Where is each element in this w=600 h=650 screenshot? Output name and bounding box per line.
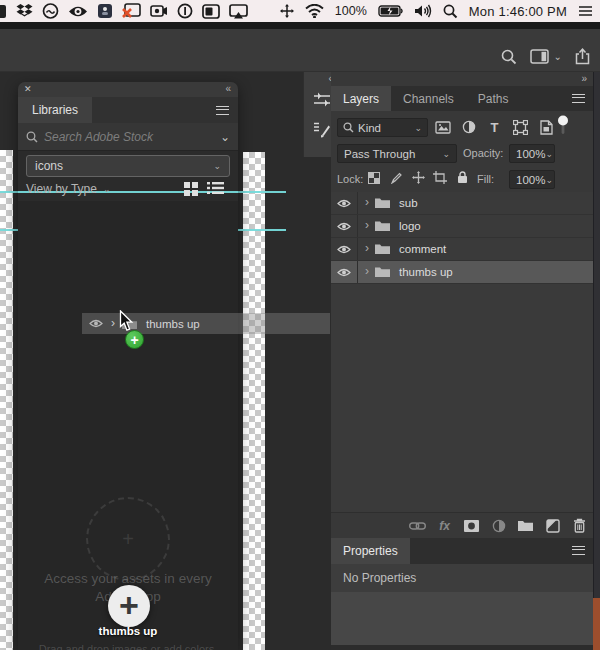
airplay-display-icon[interactable] (229, 2, 248, 20)
filter-toggle-pin-icon[interactable] (557, 115, 569, 136)
window-error-icon[interactable] (122, 2, 141, 20)
layer-visibility-toggle[interactable] (331, 238, 358, 260)
battery-charging-icon[interactable] (378, 2, 403, 20)
properties-body: No Properties (331, 564, 593, 592)
right-panel-dock: » Layers Channels Paths Kind ⌄ T (331, 72, 593, 650)
expand-group-chevron-icon[interactable]: › (365, 195, 369, 209)
eye-icon (337, 245, 351, 254)
collapse-icon[interactable]: « (225, 83, 231, 94)
layer-name[interactable]: logo (399, 220, 421, 232)
layer-name[interactable]: comment (399, 243, 446, 255)
tab-properties[interactable]: Properties (331, 538, 410, 564)
chevron-down-icon[interactable]: ⌄ (554, 51, 562, 62)
creative-cloud-icon[interactable] (42, 2, 59, 20)
chevron-down-icon[interactable]: ⌄ (220, 130, 230, 144)
blend-mode-dropdown[interactable]: Pass Through ⌄ (337, 144, 457, 163)
workspace-switcher-icon[interactable] (530, 49, 549, 64)
new-adjustment-layer-icon[interactable] (490, 518, 507, 534)
cropped-app-icon[interactable] (0, 2, 7, 20)
tab-libraries[interactable]: Libraries (18, 97, 92, 123)
layer-name[interactable]: thumbs up (399, 266, 453, 278)
libraries-panel: ✕ « Libraries ⌄ icons ⌄ View by Type ⌄ (18, 82, 238, 650)
brush-settings-panel-icon[interactable] (311, 89, 333, 111)
filter-smart-objects-icon[interactable] (538, 118, 555, 136)
delete-layer-icon[interactable] (571, 518, 588, 534)
filter-adjustment-layers-icon[interactable] (460, 118, 477, 136)
brush-presets-panel-icon[interactable] (311, 118, 333, 140)
lock-all-icon[interactable] (455, 170, 469, 185)
view-by-type-dropdown[interactable]: View by Type ⌄ (26, 182, 110, 196)
layer-visibility-toggle[interactable] (331, 215, 358, 237)
layers-panel-menu-icon[interactable] (572, 94, 585, 103)
drop-target-dashed-circle: + (86, 497, 170, 581)
library-search-input[interactable] (44, 130, 214, 144)
group-folder-icon (374, 266, 391, 278)
tab-channels[interactable]: Channels (391, 86, 466, 111)
spotlight-search-icon[interactable] (443, 2, 458, 20)
circled-one-icon[interactable] (177, 2, 193, 20)
group-folder-icon (374, 220, 391, 232)
filter-kind-dropdown[interactable]: Kind ⌄ (337, 118, 428, 137)
fill-dropdown[interactable]: 100% ⌄ (509, 170, 555, 189)
chevron-down-icon: ⌄ (414, 123, 422, 133)
share-icon[interactable] (575, 48, 590, 65)
layer-row[interactable]: › thumbs up (331, 261, 593, 284)
search-icon[interactable] (501, 49, 517, 65)
layer-name[interactable]: sub (399, 197, 418, 209)
layer-effects-icon[interactable]: fx (436, 518, 453, 534)
layer-row[interactable]: › logo (331, 215, 593, 238)
lock-fill-row: Lock: Fill: 100% ⌄ (331, 167, 593, 192)
workspace: « » Layers Channels Paths Kind ⌄ (0, 72, 600, 650)
window-chrome-strip (0, 22, 600, 29)
layer-visibility-toggle[interactable] (331, 261, 358, 283)
link-layers-icon[interactable] (409, 518, 426, 534)
battery-percentage: 100% (335, 4, 367, 18)
add-layer-mask-icon[interactable] (463, 518, 480, 534)
expand-group-chevron-icon[interactable]: › (365, 241, 369, 255)
tab-paths[interactable]: Paths (466, 86, 521, 111)
layers-list: › sub › logo › comment › thumbs (331, 192, 593, 512)
close-icon[interactable]: ✕ (24, 84, 32, 94)
new-layer-icon[interactable] (544, 518, 561, 534)
libraries-panel-header: ✕ « (18, 82, 238, 97)
eye-icon (337, 222, 351, 231)
desktop-sliver-orange (593, 598, 600, 650)
library-search-row: ⌄ (18, 123, 238, 151)
library-select-dropdown[interactable]: icons ⌄ (26, 155, 230, 177)
nvidia-eye-icon[interactable] (68, 2, 88, 20)
layer-visibility-toggle[interactable] (331, 192, 358, 214)
menu-bar-clock[interactable]: Mon 1:46:00 PM (469, 4, 567, 19)
libraries-panel-menu-icon[interactable] (216, 106, 229, 115)
new-group-icon[interactable] (517, 518, 534, 534)
volume-icon[interactable] (414, 2, 432, 20)
expand-group-chevron-icon[interactable]: › (365, 218, 369, 232)
layer-row[interactable]: › comment (331, 238, 593, 261)
notification-center-icon[interactable] (578, 2, 593, 20)
list-view-icon[interactable] (207, 181, 224, 197)
lock-transparency-icon[interactable] (367, 170, 381, 185)
eye-icon (89, 319, 103, 328)
fill-value: 100% (516, 174, 545, 186)
chevron-down-icon: ⌄ (103, 184, 111, 194)
filter-type-layers-icon[interactable]: T (486, 118, 503, 136)
filter-shape-layers-icon[interactable] (512, 118, 529, 136)
video-camera-icon[interactable] (150, 2, 168, 20)
tab-layers[interactable]: Layers (331, 86, 391, 111)
lock-position-icon[interactable] (411, 170, 425, 185)
layer-row[interactable]: › sub (331, 192, 593, 215)
wifi-icon[interactable] (305, 2, 324, 20)
move-crosshair-icon[interactable] (280, 2, 294, 20)
opacity-dropdown[interactable]: 100% ⌄ (509, 144, 555, 163)
collapse-panels-icon[interactable]: » (581, 73, 587, 84)
grid-view-icon[interactable] (183, 181, 199, 197)
cube-app-icon[interactable] (97, 2, 113, 20)
dropbox-icon[interactable] (16, 2, 33, 20)
empty-state-heading-line1: Access your assets in every (18, 571, 238, 586)
properties-panel-menu-icon[interactable] (572, 546, 585, 555)
lock-pixels-icon[interactable] (389, 170, 403, 185)
library-select-value: icons (35, 159, 213, 173)
lock-artboard-icon[interactable] (433, 170, 447, 185)
window-manager-icon[interactable] (202, 2, 220, 20)
expand-group-chevron-icon[interactable]: › (365, 264, 369, 278)
filter-pixel-layers-icon[interactable] (434, 118, 451, 136)
